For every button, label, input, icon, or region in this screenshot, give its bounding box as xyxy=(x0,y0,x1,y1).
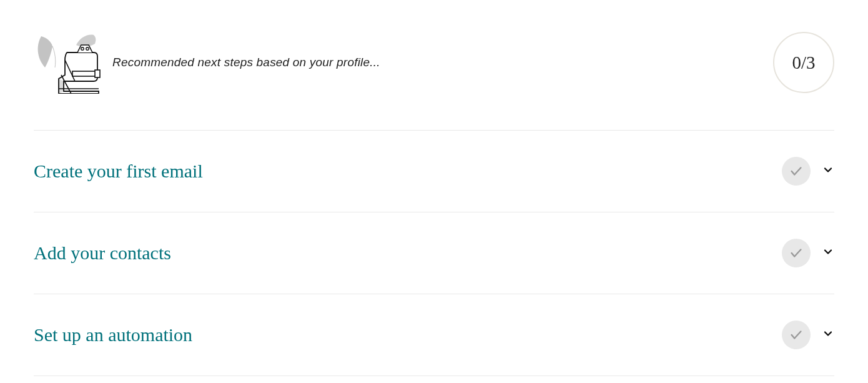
step-title: Create your first email xyxy=(34,161,203,182)
progress-counter: 0/3 xyxy=(773,32,834,93)
flying-shoe-illustration-icon xyxy=(34,31,102,94)
onboarding-steps-list: Create your first email Add your contact… xyxy=(34,130,834,376)
step-add-contacts[interactable]: Add your contacts xyxy=(34,212,834,294)
step-complete-icon xyxy=(782,321,811,349)
progress-text: 0/3 xyxy=(792,52,815,73)
step-complete-icon xyxy=(782,239,811,267)
chevron-down-icon xyxy=(822,246,834,261)
svg-rect-3 xyxy=(95,70,100,77)
step-create-first-email[interactable]: Create your first email xyxy=(34,131,834,212)
recommendation-subtitle: Recommended next steps based on your pro… xyxy=(112,56,380,69)
chevron-down-icon xyxy=(822,164,834,179)
onboarding-header: Recommended next steps based on your pro… xyxy=(34,31,834,130)
step-title: Add your contacts xyxy=(34,242,171,264)
step-setup-automation[interactable]: Set up an automation xyxy=(34,294,834,376)
step-complete-icon xyxy=(782,157,811,186)
step-title: Set up an automation xyxy=(34,324,192,346)
chevron-down-icon xyxy=(822,327,834,342)
